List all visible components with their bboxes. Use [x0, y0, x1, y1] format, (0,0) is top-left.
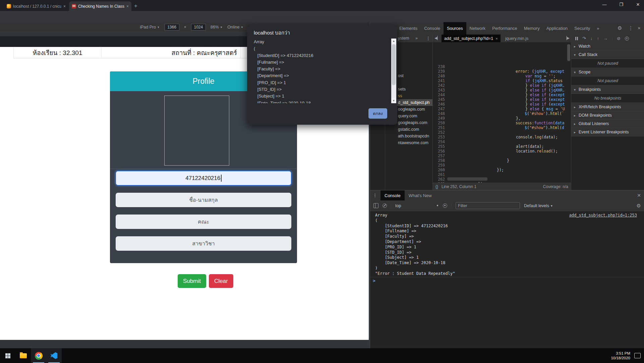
start-button[interactable] — [0, 348, 15, 363]
log-levels-select[interactable]: Default levels ▼ — [524, 203, 553, 208]
drawer-tab-what-s-new[interactable]: What's New — [405, 190, 436, 200]
scrollbar-thumb[interactable] — [392, 44, 396, 85]
line-number[interactable]: 259 — [433, 163, 445, 168]
line-number[interactable]: 258 — [433, 158, 445, 163]
sidebar-section-event-listener-breakpoints[interactable]: ▸Event Listener Breakpoints — [571, 128, 644, 136]
hide-navigator-icon[interactable]: ◀▏ — [434, 36, 440, 40]
line-number[interactable]: 261 — [433, 172, 445, 177]
line-number[interactable]: 245 — [433, 97, 445, 102]
deactivate-breakpoints-icon[interactable]: ⊘ — [617, 36, 621, 41]
vscode-taskbar-icon[interactable] — [46, 348, 62, 363]
navigator-item[interactable]: ath.bootstrapcdn — [398, 133, 429, 139]
line-number[interactable]: 244 — [433, 93, 445, 97]
line-number[interactable]: 249 — [433, 116, 445, 121]
step-into-icon[interactable]: ↓ — [590, 36, 593, 41]
line-number[interactable]: 239 — [433, 69, 445, 74]
sidebar-section-scope[interactable]: ▾Scope — [571, 68, 644, 76]
clear-button[interactable]: Clear — [209, 274, 233, 288]
navigator-item[interactable]: ntawesome.com — [398, 139, 428, 146]
step-icon[interactable]: → — [603, 36, 608, 41]
sidebar-section-call-stack[interactable]: ▾Call Stack — [571, 51, 644, 59]
line-number[interactable]: 262 — [433, 177, 445, 182]
line-number[interactable]: 254 — [433, 139, 445, 144]
file-tab[interactable]: add_std_subject.php?id=1× — [442, 35, 501, 42]
tab-close-icon[interactable]: × — [63, 4, 66, 9]
scroll-up-icon[interactable]: ▲ — [391, 39, 396, 44]
navigator-more-tabs[interactable]: » — [415, 36, 418, 41]
navigator-item[interactable]: oogleapis.com — [398, 106, 425, 113]
sidebar-section-global-listeners[interactable]: ▸Global Listeners — [571, 120, 644, 128]
device-select[interactable]: iPad Pro ▼ — [140, 25, 160, 29]
line-number[interactable]: 241 — [433, 78, 445, 83]
devtools-tab-memory[interactable]: Memory — [521, 22, 543, 35]
devtools-close-icon[interactable]: × — [638, 25, 641, 31]
line-number[interactable]: 255 — [433, 144, 445, 149]
device-width-input[interactable]: 1366 — [165, 24, 179, 31]
clear-console-icon[interactable] — [383, 203, 387, 208]
devtools-menu-kebab-icon[interactable]: ⋮ — [628, 25, 633, 31]
alert-scrollbar[interactable]: ▲ ▼ — [391, 39, 396, 103]
window-restore-button[interactable]: ❐ — [616, 2, 626, 7]
line-number[interactable]: 243 — [433, 88, 445, 93]
line-number[interactable]: 251 — [433, 125, 445, 130]
browser-tab-active[interactable]: Checking Names In Classroom (C × — [69, 1, 131, 11]
action-center-icon[interactable] — [634, 353, 641, 358]
console-sidebar-toggle-icon[interactable] — [373, 203, 378, 208]
console-source-link[interactable]: add_std_subject.php?id=1:253 — [569, 213, 637, 218]
line-number[interactable]: 246 — [433, 102, 445, 107]
devtools-tab-performance[interactable]: Performance — [489, 22, 520, 35]
pause-script-icon[interactable] — [575, 37, 578, 40]
devtools-tab-application[interactable]: Application — [543, 22, 571, 35]
zoom-select[interactable]: 86% ▼ — [211, 25, 223, 29]
student-id-input[interactable]: 47122420216 — [116, 171, 291, 185]
chrome-taskbar-icon[interactable] — [31, 348, 46, 363]
console-settings-gear-icon[interactable]: ⚙ — [637, 203, 641, 209]
line-number[interactable]: 247 — [433, 107, 445, 111]
navigator-item[interactable]: ost — [398, 72, 404, 79]
file-tab[interactable]: jquery.min.js — [503, 35, 531, 42]
step-over-icon[interactable]: ↷ — [582, 36, 586, 41]
form-input-1[interactable]: คณะ — [116, 215, 291, 229]
more-tabs-icon[interactable]: » — [593, 22, 602, 35]
editor-vertical-scrollbar[interactable] — [567, 44, 570, 61]
drawer-tab-console[interactable]: Console — [380, 190, 405, 200]
line-number[interactable]: 252 — [433, 130, 445, 135]
pretty-print-icon[interactable]: {} — [435, 184, 438, 189]
navigator-item[interactable]: gstatic.com — [398, 126, 419, 133]
javascript-context-select[interactable]: top▼ — [395, 203, 439, 208]
pause-on-exceptions-icon[interactable] — [625, 37, 629, 41]
sidebar-section-xhr-fetch-breakpoints[interactable]: ▸XHR/fetch Breakpoints — [571, 103, 644, 111]
line-number[interactable]: 256 — [433, 149, 445, 154]
drawer-menu-kebab-icon[interactable]: ⋮ — [370, 190, 380, 200]
line-number[interactable]: 253 — [433, 135, 445, 139]
scroll-down-icon[interactable]: ▼ — [391, 98, 396, 103]
form-input-2[interactable]: สาขาวิชา — [116, 236, 291, 251]
navigator-item[interactable]: query.com — [398, 113, 417, 119]
line-number[interactable]: 250 — [433, 121, 445, 125]
devtools-tab-console[interactable]: Console — [421, 22, 444, 35]
line-number[interactable]: 260 — [433, 168, 445, 172]
live-expression-icon[interactable] — [443, 203, 447, 208]
devtools-tab-sources[interactable]: Sources — [444, 22, 466, 35]
editor-horizontal-scrollbar[interactable] — [447, 177, 487, 181]
alert-ok-button[interactable]: ตกลง — [368, 108, 387, 119]
line-number[interactable]: 242 — [433, 83, 445, 88]
more-editor-tabs-icon[interactable]: ▕▶ — [564, 36, 570, 40]
sidebar-section-watch[interactable]: ▸Watch — [571, 42, 644, 51]
step-out-icon[interactable]: ↑ — [597, 36, 599, 41]
new-tab-button[interactable]: + — [134, 3, 137, 9]
line-number[interactable]: 240 — [433, 74, 445, 78]
line-number[interactable]: 257 — [433, 154, 445, 158]
throttling-select[interactable]: Online ▼ — [227, 25, 243, 29]
navigator-menu-kebab-icon[interactable]: ⋮ — [426, 36, 430, 41]
file-explorer-taskbar-icon[interactable] — [15, 348, 31, 363]
sidebar-section-breakpoints[interactable]: ▾Breakpoints — [571, 85, 644, 94]
window-minimize-button[interactable]: — — [599, 2, 609, 7]
devtools-tab-elements[interactable]: Elements — [396, 22, 421, 35]
devtools-tab-security[interactable]: Security — [571, 22, 593, 35]
devtools-tab-network[interactable]: Network — [466, 22, 489, 35]
navigator-item[interactable]: googleapis.com — [398, 119, 427, 126]
navigator-tab-filesystem[interactable]: ystem — [398, 36, 409, 41]
devtools-settings-gear-icon[interactable]: ⚙ — [618, 25, 622, 31]
code-editor[interactable]: 2382392402412422432442452462472482492502… — [433, 42, 571, 190]
